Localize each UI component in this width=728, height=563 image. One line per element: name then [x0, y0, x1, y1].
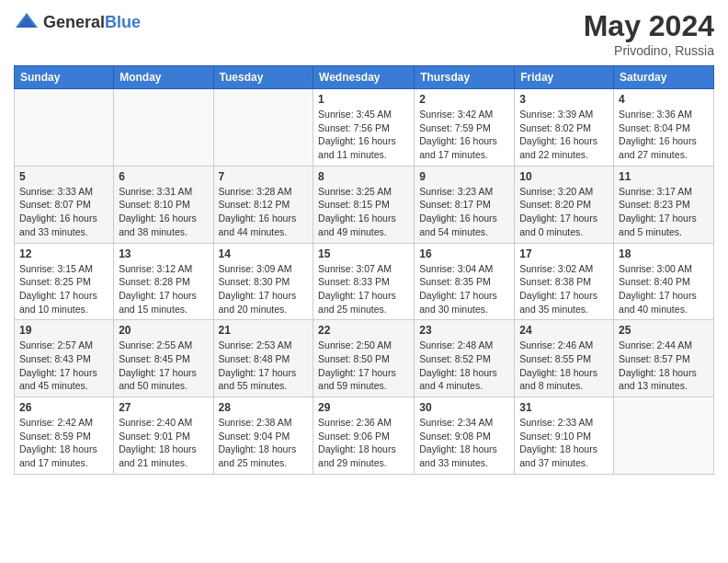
calendar-cell: 11Sunrise: 3:17 AM Sunset: 8:23 PM Dayli… [614, 166, 714, 243]
day-number: 4 [619, 93, 709, 106]
day-number: 11 [619, 170, 709, 183]
day-info: Sunrise: 3:12 AM Sunset: 8:28 PM Dayligh… [119, 262, 208, 316]
logo-text-general: General [43, 13, 105, 31]
day-info: Sunrise: 3:20 AM Sunset: 8:20 PM Dayligh… [519, 185, 609, 239]
weekday-thursday: Thursday [415, 66, 515, 89]
day-info: Sunrise: 3:39 AM Sunset: 8:02 PM Dayligh… [519, 108, 609, 162]
calendar-week-5: 26Sunrise: 2:42 AM Sunset: 8:59 PM Dayli… [15, 397, 714, 475]
day-number: 28 [219, 401, 309, 414]
day-number: 3 [519, 93, 609, 106]
calendar-cell: 9Sunrise: 3:23 AM Sunset: 8:17 PM Daylig… [415, 166, 515, 243]
day-number: 10 [519, 170, 609, 183]
day-number: 6 [119, 170, 208, 183]
page-header: GeneralBlue May 2024 Privodino, Russia [14, 9, 714, 58]
day-number: 22 [318, 324, 409, 337]
day-number: 7 [219, 170, 309, 183]
calendar-cell: 20Sunrise: 2:55 AM Sunset: 8:45 PM Dayli… [114, 320, 213, 397]
calendar-cell: 6Sunrise: 3:31 AM Sunset: 8:10 PM Daylig… [114, 166, 213, 243]
calendar-week-1: 1Sunrise: 3:45 AM Sunset: 7:56 PM Daylig… [15, 89, 714, 167]
calendar-cell: 17Sunrise: 3:02 AM Sunset: 8:38 PM Dayli… [515, 243, 614, 320]
day-number: 5 [19, 170, 108, 183]
day-number: 18 [619, 247, 709, 260]
calendar-cell: 15Sunrise: 3:07 AM Sunset: 8:33 PM Dayli… [313, 243, 415, 320]
day-info: Sunrise: 3:28 AM Sunset: 8:12 PM Dayligh… [219, 185, 309, 239]
day-number: 9 [419, 170, 509, 183]
weekday-monday: Monday [114, 66, 213, 89]
day-number: 29 [318, 401, 409, 414]
day-info: Sunrise: 3:09 AM Sunset: 8:30 PM Dayligh… [219, 262, 309, 316]
day-info: Sunrise: 2:55 AM Sunset: 8:45 PM Dayligh… [119, 339, 208, 393]
calendar-cell: 23Sunrise: 2:48 AM Sunset: 8:52 PM Dayli… [415, 320, 515, 397]
day-number: 23 [419, 324, 509, 337]
day-info: Sunrise: 2:38 AM Sunset: 9:04 PM Dayligh… [219, 416, 309, 470]
calendar-title: May 2024 [584, 9, 714, 43]
weekday-sunday: Sunday [15, 66, 114, 89]
calendar-cell: 3Sunrise: 3:39 AM Sunset: 8:02 PM Daylig… [515, 89, 614, 167]
day-number: 19 [19, 324, 108, 337]
day-number: 21 [219, 324, 309, 337]
calendar-cell: 1Sunrise: 3:45 AM Sunset: 7:56 PM Daylig… [313, 89, 415, 167]
day-number: 24 [519, 324, 609, 337]
day-info: Sunrise: 3:15 AM Sunset: 8:25 PM Dayligh… [19, 262, 108, 316]
calendar-cell: 31Sunrise: 2:33 AM Sunset: 9:10 PM Dayli… [515, 397, 614, 475]
calendar-body: 1Sunrise: 3:45 AM Sunset: 7:56 PM Daylig… [15, 89, 714, 475]
day-number: 14 [219, 247, 309, 260]
calendar-cell [213, 89, 313, 167]
day-number: 1 [318, 93, 409, 106]
day-info: Sunrise: 2:50 AM Sunset: 8:50 PM Dayligh… [318, 339, 409, 393]
day-info: Sunrise: 2:48 AM Sunset: 8:52 PM Dayligh… [419, 339, 509, 393]
calendar-cell: 21Sunrise: 2:53 AM Sunset: 8:48 PM Dayli… [213, 320, 313, 397]
day-info: Sunrise: 3:02 AM Sunset: 8:38 PM Dayligh… [519, 262, 609, 316]
day-number: 31 [519, 401, 609, 414]
day-info: Sunrise: 3:17 AM Sunset: 8:23 PM Dayligh… [619, 185, 709, 239]
day-info: Sunrise: 2:33 AM Sunset: 9:10 PM Dayligh… [519, 416, 609, 470]
calendar-cell: 28Sunrise: 2:38 AM Sunset: 9:04 PM Dayli… [213, 397, 313, 475]
day-info: Sunrise: 2:44 AM Sunset: 8:57 PM Dayligh… [619, 339, 709, 393]
calendar-week-4: 19Sunrise: 2:57 AM Sunset: 8:43 PM Dayli… [15, 320, 714, 397]
day-info: Sunrise: 2:36 AM Sunset: 9:06 PM Dayligh… [318, 416, 409, 470]
calendar-cell: 29Sunrise: 2:36 AM Sunset: 9:06 PM Dayli… [313, 397, 415, 475]
calendar-cell: 13Sunrise: 3:12 AM Sunset: 8:28 PM Dayli… [114, 243, 213, 320]
calendar-cell: 24Sunrise: 2:46 AM Sunset: 8:55 PM Dayli… [515, 320, 614, 397]
logo-text-blue: Blue [105, 13, 141, 31]
calendar-cell [614, 397, 714, 475]
day-number: 25 [619, 324, 709, 337]
day-info: Sunrise: 3:04 AM Sunset: 8:35 PM Dayligh… [419, 262, 509, 316]
calendar-cell: 4Sunrise: 3:36 AM Sunset: 8:04 PM Daylig… [614, 89, 714, 167]
day-number: 16 [419, 247, 509, 260]
day-info: Sunrise: 2:53 AM Sunset: 8:48 PM Dayligh… [219, 339, 309, 393]
day-info: Sunrise: 2:46 AM Sunset: 8:55 PM Dayligh… [519, 339, 609, 393]
weekday-tuesday: Tuesday [213, 66, 313, 89]
weekday-saturday: Saturday [614, 66, 714, 89]
calendar-cell: 26Sunrise: 2:42 AM Sunset: 8:59 PM Dayli… [15, 397, 114, 475]
day-number: 17 [519, 247, 609, 260]
title-block: May 2024 Privodino, Russia [584, 9, 714, 58]
calendar-week-2: 5Sunrise: 3:33 AM Sunset: 8:07 PM Daylig… [15, 166, 714, 243]
day-info: Sunrise: 2:57 AM Sunset: 8:43 PM Dayligh… [19, 339, 108, 393]
calendar-cell: 8Sunrise: 3:25 AM Sunset: 8:15 PM Daylig… [313, 166, 415, 243]
day-info: Sunrise: 2:34 AM Sunset: 9:08 PM Dayligh… [419, 416, 509, 470]
weekday-friday: Friday [515, 66, 614, 89]
day-info: Sunrise: 3:31 AM Sunset: 8:10 PM Dayligh… [119, 185, 208, 239]
calendar-cell: 22Sunrise: 2:50 AM Sunset: 8:50 PM Dayli… [313, 320, 415, 397]
logo: GeneralBlue [14, 9, 141, 35]
day-number: 8 [318, 170, 409, 183]
day-info: Sunrise: 3:07 AM Sunset: 8:33 PM Dayligh… [318, 262, 409, 316]
day-info: Sunrise: 3:42 AM Sunset: 7:59 PM Dayligh… [419, 108, 509, 162]
day-number: 13 [119, 247, 208, 260]
day-number: 15 [318, 247, 409, 260]
day-number: 26 [19, 401, 108, 414]
day-info: Sunrise: 3:33 AM Sunset: 8:07 PM Dayligh… [19, 185, 108, 239]
calendar-cell: 12Sunrise: 3:15 AM Sunset: 8:25 PM Dayli… [15, 243, 114, 320]
day-number: 20 [119, 324, 208, 337]
calendar-cell: 27Sunrise: 2:40 AM Sunset: 9:01 PM Dayli… [114, 397, 213, 475]
weekday-wednesday: Wednesday [313, 66, 415, 89]
calendar-week-3: 12Sunrise: 3:15 AM Sunset: 8:25 PM Dayli… [15, 243, 714, 320]
calendar-cell: 2Sunrise: 3:42 AM Sunset: 7:59 PM Daylig… [415, 89, 515, 167]
calendar-cell [15, 89, 114, 167]
day-info: Sunrise: 3:00 AM Sunset: 8:40 PM Dayligh… [619, 262, 709, 316]
day-info: Sunrise: 2:42 AM Sunset: 8:59 PM Dayligh… [19, 416, 108, 470]
day-number: 27 [119, 401, 208, 414]
day-info: Sunrise: 3:45 AM Sunset: 7:56 PM Dayligh… [318, 108, 409, 162]
calendar-table: SundayMondayTuesdayWednesdayThursdayFrid… [14, 65, 714, 475]
